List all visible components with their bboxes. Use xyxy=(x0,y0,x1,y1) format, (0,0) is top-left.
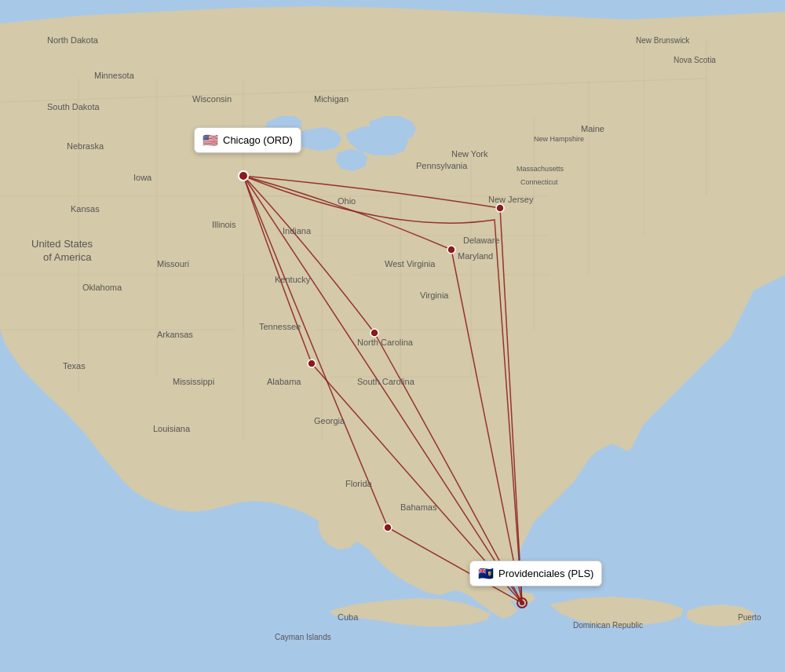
svg-text:Nova Scotia: Nova Scotia xyxy=(674,56,716,64)
svg-text:of America: of America xyxy=(43,251,92,263)
svg-text:Florida: Florida xyxy=(345,479,373,488)
svg-text:Ohio: Ohio xyxy=(338,196,356,206)
us-flag-icon: 🇺🇸 xyxy=(203,133,218,148)
svg-text:Missouri: Missouri xyxy=(157,259,189,268)
svg-text:Texas: Texas xyxy=(63,361,86,371)
svg-text:New York: New York xyxy=(451,149,488,159)
svg-text:Illinois: Illinois xyxy=(212,220,236,229)
svg-text:Pennsylvania: Pennsylvania xyxy=(416,161,468,170)
svg-text:North Carolina: North Carolina xyxy=(357,338,414,347)
svg-text:United States: United States xyxy=(31,238,93,250)
svg-text:Dominican Republic: Dominican Republic xyxy=(573,621,643,630)
flight-map: North Dakota South Dakota Minnesota Wisc… xyxy=(0,0,785,672)
svg-text:Maryland: Maryland xyxy=(458,251,493,261)
svg-text:West Virginia: West Virginia xyxy=(385,259,436,268)
svg-text:Cayman Islands: Cayman Islands xyxy=(275,633,331,641)
svg-text:Massachusetts: Massachusetts xyxy=(517,165,564,173)
svg-point-24 xyxy=(308,360,316,367)
chicago-airport-name: Chicago (ORD) xyxy=(223,134,293,146)
svg-text:Minnesota: Minnesota xyxy=(94,71,135,80)
svg-text:Kansas: Kansas xyxy=(71,204,100,214)
providenciales-airport-name: Providenciales (PLS) xyxy=(498,568,593,579)
svg-text:Oklahoma: Oklahoma xyxy=(82,283,122,292)
svg-text:Cuba: Cuba xyxy=(338,612,359,622)
svg-text:Nebraska: Nebraska xyxy=(67,141,104,151)
providenciales-airport-label: 🇹🇨 Providenciales (PLS) xyxy=(469,561,602,586)
svg-point-26 xyxy=(239,171,248,181)
svg-text:Alabama: Alabama xyxy=(267,377,301,386)
svg-text:Arkansas: Arkansas xyxy=(157,330,193,339)
svg-text:Louisiana: Louisiana xyxy=(153,424,191,433)
svg-text:Georgia: Georgia xyxy=(314,416,345,425)
svg-text:Indiana: Indiana xyxy=(283,226,312,236)
svg-text:Delaware: Delaware xyxy=(463,236,499,245)
map-svg: North Dakota South Dakota Minnesota Wisc… xyxy=(0,0,785,672)
svg-text:Mississippi: Mississippi xyxy=(173,377,214,386)
svg-point-22 xyxy=(447,246,455,254)
svg-point-28 xyxy=(520,601,524,605)
svg-text:New Jersey: New Jersey xyxy=(488,195,534,204)
svg-text:North Dakota: North Dakota xyxy=(47,35,99,45)
svg-text:Bahamas: Bahamas xyxy=(400,502,437,512)
svg-text:New Hampshire: New Hampshire xyxy=(534,135,584,143)
svg-point-21 xyxy=(496,204,504,212)
svg-text:South Carolina: South Carolina xyxy=(357,377,415,386)
svg-text:Connecticut: Connecticut xyxy=(520,178,558,186)
svg-text:Maine: Maine xyxy=(581,124,604,133)
svg-text:Wisconsin: Wisconsin xyxy=(192,94,232,104)
svg-point-23 xyxy=(371,329,378,337)
svg-text:Puerto: Puerto xyxy=(738,613,761,622)
svg-text:Kentucky: Kentucky xyxy=(275,275,311,284)
svg-text:Virginia: Virginia xyxy=(420,290,449,300)
svg-text:Iowa: Iowa xyxy=(133,173,152,182)
svg-text:South Dakota: South Dakota xyxy=(47,102,100,111)
svg-text:New Brunswick: New Brunswick xyxy=(636,36,690,45)
svg-text:Michigan: Michigan xyxy=(314,94,349,104)
svg-text:Tennessee: Tennessee xyxy=(259,322,301,331)
tc-flag-icon: 🇹🇨 xyxy=(478,566,494,581)
chicago-airport-label: 🇺🇸 Chicago (ORD) xyxy=(194,127,301,153)
svg-point-25 xyxy=(384,524,392,531)
